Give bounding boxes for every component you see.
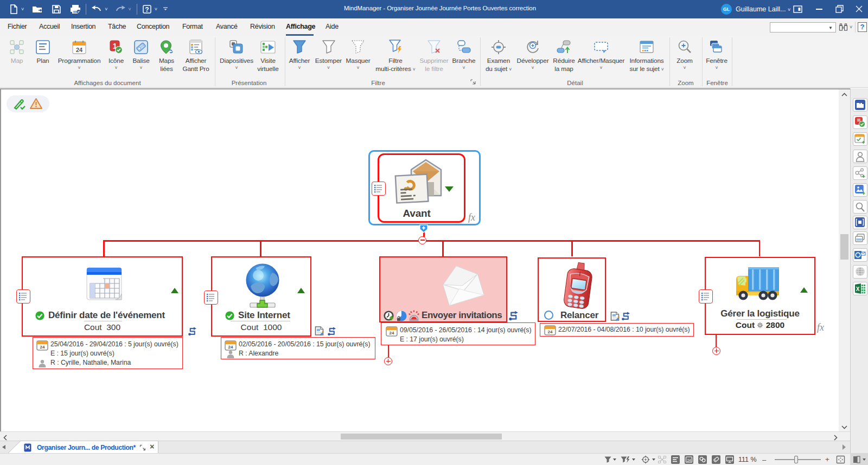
svg-text:24: 24 [687,458,691,462]
svg-text:24: 24 [76,47,83,53]
svg-text:24: 24 [548,330,553,334]
svg-text:X: X [856,286,860,292]
svg-text:24: 24 [228,345,233,350]
svg-text:24: 24 [390,331,394,335]
svg-text:24: 24 [40,345,45,350]
